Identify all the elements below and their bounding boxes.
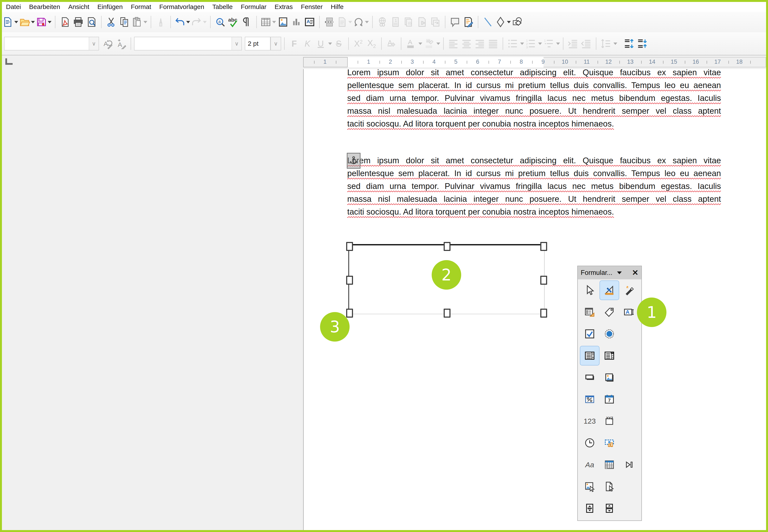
- select-button[interactable]: [580, 281, 599, 300]
- line-spacing-button[interactable]: [600, 34, 612, 53]
- insert-bookmark-button[interactable]: (i): [403, 13, 415, 31]
- new-document-dropdown-icon[interactable]: [14, 21, 18, 23]
- insert-field-dropdown-icon[interactable]: [348, 21, 352, 23]
- bold-button[interactable]: F: [288, 34, 300, 53]
- tab-stop-selector[interactable]: [5, 58, 13, 65]
- numbered-list-button[interactable]: 123: [525, 34, 537, 53]
- numbered-list-dropdown-icon[interactable]: [538, 43, 542, 45]
- resize-handle-bottom-center[interactable]: [444, 309, 451, 318]
- export-pdf-button[interactable]: [59, 13, 71, 31]
- align-center-button[interactable]: [460, 34, 473, 53]
- close-icon[interactable]: ✕: [632, 269, 638, 277]
- underline-dropdown-icon[interactable]: [328, 43, 332, 45]
- navigation-bar-button[interactable]: [620, 455, 638, 474]
- outline-list-button[interactable]: 1: [543, 34, 555, 53]
- option-button-button[interactable]: [600, 324, 619, 343]
- show-draw-functions-button[interactable]: [512, 13, 524, 31]
- insert-image-button[interactable]: [277, 13, 289, 31]
- anchor-icon[interactable]: [347, 153, 360, 169]
- resize-handle-middle-right[interactable]: [540, 276, 547, 285]
- clone-formatting-button[interactable]: [155, 13, 167, 31]
- font-color-button[interactable]: A: [405, 34, 417, 53]
- copy-button[interactable]: [118, 13, 131, 31]
- menu-item[interactable]: Datei: [2, 3, 25, 10]
- resize-handle-bottom-left[interactable]: [346, 309, 353, 318]
- formatting-marks-button[interactable]: [240, 13, 253, 31]
- open-dropdown-icon[interactable]: [31, 21, 35, 23]
- print-button[interactable]: [72, 13, 84, 31]
- toggle-form-control-wizards-button[interactable]: [620, 281, 638, 300]
- increase-indent-button[interactable]: [567, 34, 579, 53]
- insert-text-box-button[interactable]: A: [303, 13, 316, 31]
- justify-button[interactable]: [487, 34, 499, 53]
- insert-footnote-button[interactable]: 1: [390, 13, 402, 31]
- open-button[interactable]: [19, 13, 35, 31]
- formatted-field-button[interactable]: [580, 390, 599, 409]
- save-button[interactable]: [36, 13, 52, 31]
- design-mode-button[interactable]: [600, 280, 619, 300]
- spelling-button[interactable]: abc: [227, 13, 240, 31]
- time-field-button[interactable]: [580, 433, 599, 452]
- paragraph-style-combo[interactable]: ∨: [4, 37, 99, 50]
- group-box-button[interactable]: Aa: [580, 455, 599, 474]
- insert-section-button[interactable]: [429, 13, 442, 31]
- basic-shapes-dropdown-icon[interactable]: [507, 21, 511, 23]
- scrollbar-button[interactable]: [600, 499, 619, 518]
- redo-dropdown-icon[interactable]: [203, 21, 207, 23]
- track-changes-button[interactable]: [462, 13, 475, 31]
- menu-item[interactable]: Bearbeiten: [25, 3, 64, 10]
- paste-dropdown-icon[interactable]: [143, 21, 147, 23]
- strikethrough-button[interactable]: S: [332, 34, 345, 53]
- font-name-combo[interactable]: ∨: [134, 37, 242, 50]
- font-size-dropdown-icon[interactable]: ∨: [271, 37, 281, 50]
- bullet-list-button[interactable]: [507, 34, 519, 53]
- file-selection-button[interactable]: [600, 477, 619, 496]
- italic-button[interactable]: K: [301, 34, 314, 53]
- menu-item[interactable]: Extras: [270, 3, 297, 10]
- basic-shapes-button[interactable]: [495, 13, 511, 31]
- save-dropdown-icon[interactable]: [48, 21, 52, 23]
- resize-handle-top-left[interactable]: [346, 242, 353, 251]
- highlighting-dropdown-icon[interactable]: [437, 43, 440, 45]
- find-replace-button[interactable]: a: [214, 13, 226, 31]
- push-button-button[interactable]: [580, 368, 599, 387]
- font-size-combo[interactable]: 2 pt: [245, 37, 270, 50]
- increase-paragraph-spacing-button[interactable]: [623, 34, 635, 53]
- align-left-button[interactable]: [447, 34, 460, 53]
- menu-item[interactable]: Hilfe: [327, 3, 348, 10]
- menu-item[interactable]: Fenster: [297, 3, 327, 10]
- list-box-button[interactable]: [580, 346, 600, 365]
- insert-table-dropdown-icon[interactable]: [272, 21, 276, 23]
- menu-item[interactable]: Formatvorlagen: [155, 3, 208, 10]
- highlighting-color-button[interactable]: ab: [423, 34, 435, 53]
- resize-handle-bottom-right[interactable]: [540, 309, 547, 318]
- decrease-paragraph-spacing-button[interactable]: [636, 34, 649, 53]
- control-properties-button[interactable]: [580, 303, 599, 321]
- table-control-button[interactable]: [600, 455, 619, 474]
- special-character-button[interactable]: [353, 13, 369, 31]
- font-color-dropdown-icon[interactable]: [419, 43, 422, 45]
- superscript-button[interactable]: X2: [352, 34, 364, 53]
- resize-handle-top-right[interactable]: [540, 242, 547, 251]
- menu-item[interactable]: Einfügen: [93, 3, 127, 10]
- insert-comment-button[interactable]: [449, 13, 461, 31]
- resize-handle-middle-left[interactable]: [346, 276, 353, 285]
- new-document-button[interactable]: [2, 13, 18, 31]
- undo-dropdown-icon[interactable]: [186, 21, 190, 23]
- menu-item[interactable]: Tabelle: [208, 3, 237, 10]
- bullet-list-dropdown-icon[interactable]: [520, 43, 524, 45]
- currency-field-button[interactable]: [600, 433, 619, 452]
- pattern-field-button[interactable]: XYZ: [600, 412, 619, 430]
- outline-list-dropdown-icon[interactable]: [556, 43, 560, 45]
- line-spacing-dropdown-icon[interactable]: [613, 43, 617, 45]
- update-style-button[interactable]: A: [102, 34, 114, 53]
- menu-item[interactable]: Format: [127, 3, 155, 10]
- font-size-spinner[interactable]: ∨: [270, 37, 281, 50]
- new-style-button[interactable]: A: [115, 34, 127, 53]
- toolbar-menu-dropdown-icon[interactable]: [617, 271, 622, 274]
- undo-button[interactable]: [174, 13, 190, 31]
- insert-hyperlink-button[interactable]: [376, 13, 389, 31]
- cut-button[interactable]: [105, 13, 117, 31]
- insert-page-break-button[interactable]: [323, 13, 335, 31]
- character-highlight-button[interactable]: A: [385, 34, 398, 53]
